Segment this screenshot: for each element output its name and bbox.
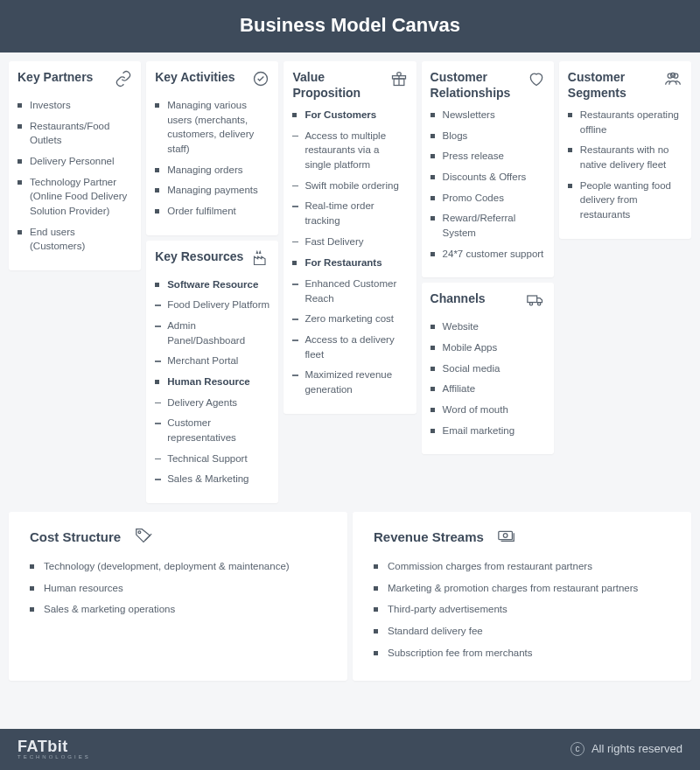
check-circle-icon	[252, 70, 270, 91]
card-value-proposition: Value Proposition For Customers Access t…	[284, 61, 416, 414]
section-heading: Human Resource	[155, 374, 270, 389]
list-item: Word of mouth	[430, 402, 545, 417]
svg-point-4	[529, 303, 532, 305]
list-item: Sales & Marketing	[155, 472, 270, 486]
list-item: Customer representatives	[155, 416, 270, 444]
card-title: Revenue Streams	[374, 529, 484, 546]
list-item: Zero marketing cost	[292, 312, 407, 326]
list-item: Sales & marketing operations	[30, 602, 333, 617]
list-item: Promo Codes	[430, 191, 545, 206]
list-item: Restaurants/Food Outlets	[18, 119, 132, 148]
card-key-partners: Key Partners InvestorsRestaurants/Food O…	[9, 61, 141, 270]
svg-rect-10	[499, 532, 513, 540]
list-item: Delivery Personnel	[18, 154, 132, 169]
card-title: Customer Segments	[568, 70, 663, 101]
logo: FATbit TECHNOLOGIES	[18, 738, 91, 760]
card-title: Key Resources	[155, 249, 243, 265]
list-key-partners: InvestorsRestaurants/Food OutletsDeliver…	[18, 98, 132, 254]
list-item: Food Delivery Platform	[155, 298, 270, 312]
list-item: Reward/Referral System	[430, 211, 545, 240]
card-title: Customer Relationships	[430, 70, 528, 101]
card-title: Cost Structure	[30, 529, 121, 546]
card-cost-structure: Cost Structure Technology (development, …	[9, 512, 347, 681]
gift-icon	[390, 70, 408, 91]
card-revenue-streams: Revenue Streams Commission charges from …	[353, 512, 691, 681]
card-key-resources: Key Resources Software Resource Food Del…	[146, 241, 278, 503]
list-item: Access to multiple restaurants via a sin…	[292, 129, 407, 172]
svg-rect-3	[528, 296, 537, 303]
card-customer-relationships: Customer Relationships NewslettersBlogsP…	[422, 61, 554, 277]
card-title: Key Partners	[18, 70, 93, 86]
list-item: Email marketing	[430, 424, 545, 438]
list-item: 24*7 customer support	[430, 247, 545, 262]
list-item: Mobile Apps	[430, 340, 545, 355]
list-item: Subscription fee from merchants	[374, 646, 677, 661]
list-item: Third-party advertisements	[374, 602, 677, 617]
section-heading: For Customers	[292, 108, 407, 122]
list-item: Standard delivery fee	[374, 624, 677, 639]
svg-point-8	[670, 73, 675, 77]
factory-icon	[252, 249, 270, 270]
card-channels: Channels WebsiteMobile AppsSocial mediaA…	[422, 283, 554, 454]
list-value-restaurants: Enhanced Customer ReachZero marketing co…	[292, 276, 407, 397]
list-item: Managing orders	[155, 163, 270, 178]
list-value-customers: Access to multiple restaurants via a sin…	[292, 129, 407, 249]
card-title: Key Activities	[155, 70, 234, 86]
list-item: Social media	[430, 361, 545, 376]
heart-icon	[528, 70, 545, 91]
list-item: Maximized revenue generation	[292, 368, 407, 396]
list-item: Order fulfilment	[155, 204, 270, 219]
cash-icon	[496, 526, 517, 549]
list-item: Swift mobile ordering	[292, 178, 407, 193]
list-item: Delivery Agents	[155, 396, 270, 410]
footer: FATbit TECHNOLOGIES c All rights reserve…	[0, 729, 700, 770]
list-revenue-streams: Commission charges from restaurant partn…	[374, 559, 677, 660]
section-heading: For Restaurants	[292, 256, 407, 270]
bottom-row: Cost Structure Technology (development, …	[0, 512, 700, 690]
list-item: Human resources	[30, 581, 333, 596]
list-key-activities: Managing various users (merchants, custo…	[155, 98, 270, 219]
card-title: Channels	[430, 291, 486, 307]
list-cost-structure: Technology (development, deployment & ma…	[30, 559, 333, 617]
svg-point-11	[503, 534, 508, 538]
list-item: Restaurants operating offline	[568, 108, 682, 136]
truck-icon	[526, 291, 545, 312]
card-customer-segments: Customer Segments Restaurants operating …	[559, 61, 691, 239]
list-human-resource: Delivery AgentsCustomer representativesT…	[155, 396, 270, 486]
section-heading: Software Resource	[155, 277, 270, 292]
list-item: Admin Panel/Dashboard	[155, 318, 270, 347]
list-key-resources: Software Resource	[155, 277, 270, 292]
svg-point-5	[537, 303, 540, 305]
list-item: Technology Partner (Online Food Delivery…	[18, 175, 132, 219]
list-item: Website	[430, 319, 545, 334]
list-item: Affiliate	[430, 382, 545, 396]
list-item: Fast Delivery	[292, 234, 407, 249]
list-item: Access to a delivery fleet	[292, 332, 407, 361]
copyright: c All rights reserved	[570, 742, 682, 756]
list-item: Marketing & promotion charges from resta…	[374, 581, 677, 596]
list-item: Commission charges from restaurant partn…	[374, 559, 677, 574]
list-item: Press release	[430, 149, 545, 164]
list-item: Managing payments	[155, 183, 270, 198]
canvas-grid: Key Partners InvestorsRestaurants/Food O…	[0, 52, 700, 512]
list-customer-segments: Restaurants operating offlineRestaurants…	[568, 108, 682, 222]
list-item: Merchant Portal	[155, 354, 270, 368]
list-item: Newsletters	[430, 108, 545, 122]
users-icon	[663, 70, 682, 91]
list-item: Technology (development, deployment & ma…	[30, 559, 333, 574]
card-title: Value Proposition	[292, 70, 389, 101]
list-item: Real-time order tracking	[292, 199, 407, 228]
list-item: End users (Customers)	[18, 225, 132, 254]
list-item: Restaurants with no native delivery flee…	[568, 143, 682, 172]
list-customer-relationships: NewslettersBlogsPress releaseDiscounts &…	[430, 108, 545, 261]
list-item: Enhanced Customer Reach	[292, 276, 407, 305]
list-item: Technical Support	[155, 452, 270, 466]
link-icon	[115, 70, 132, 91]
copyright-icon: c	[570, 742, 584, 756]
list-channels: WebsiteMobile AppsSocial mediaAffiliateW…	[430, 319, 545, 438]
price-tag-icon	[133, 526, 154, 549]
list-item: People wanting food delivery from restau…	[568, 178, 682, 222]
svg-point-9	[138, 531, 141, 534]
list-item: Managing various users (merchants, custo…	[155, 98, 270, 157]
list-item: Investors	[18, 98, 132, 113]
